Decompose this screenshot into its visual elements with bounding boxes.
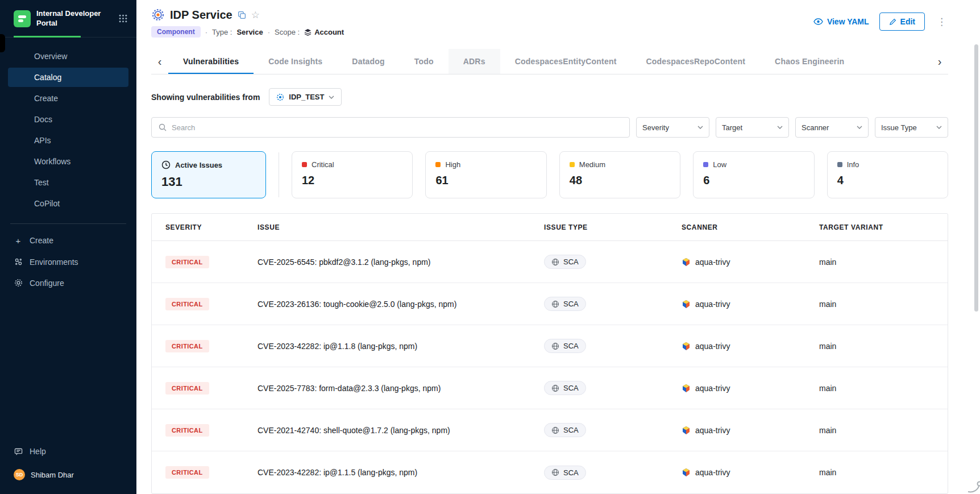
scope-value: Account: [304, 28, 344, 36]
sidebar-item-overview[interactable]: Overview: [8, 47, 128, 66]
sidebar-item-environments[interactable]: Environments: [8, 252, 128, 272]
severity-badge: CRITICAL: [165, 298, 209, 310]
table-row[interactable]: CRITICAL CVE-2023-26136: tough-cookie@2.…: [152, 283, 948, 325]
medium-card[interactable]: Medium 48: [559, 151, 680, 198]
apps-grid-icon[interactable]: [119, 14, 127, 23]
high-card[interactable]: High 61: [425, 151, 546, 198]
sidebar-item-docs[interactable]: Docs: [8, 110, 128, 129]
scanner-cell: aqua-trivy: [682, 468, 819, 477]
sidebar-item-workflows[interactable]: Workflows: [8, 152, 128, 171]
trivy-icon: [682, 342, 691, 351]
col-issue-type: ISSUE TYPE: [544, 223, 682, 231]
issue-type-badge: SCA: [544, 339, 586, 353]
user-name: Shibam Dhar: [31, 471, 74, 479]
active-issues-card[interactable]: Active Issues 131: [151, 151, 266, 198]
table-row[interactable]: CRITICAL CVE-2021-42740: shell-quote@1.7…: [152, 409, 948, 451]
tab-scroll-right-icon[interactable]: ›: [931, 49, 948, 74]
meta-separator: ·: [268, 28, 270, 36]
page-scrollbar[interactable]: [974, 44, 978, 312]
star-icon[interactable]: ☆: [251, 10, 260, 20]
sidebar-item-catalog[interactable]: Catalog: [8, 68, 128, 87]
table-row[interactable]: CRITICAL CVE-2023-42282: ip@1.1.5 (lang-…: [152, 451, 948, 493]
sidebar-bottom-group: + Create Environments Configure: [0, 231, 136, 293]
project-gear-icon: [276, 93, 284, 101]
main-panel: IDP Service ☆ Component · Type : Service…: [136, 0, 980, 494]
tab-todo[interactable]: Todo: [400, 49, 449, 74]
tab-chaos-engineering[interactable]: Chaos Engineerin: [760, 49, 859, 74]
eye-icon: [813, 18, 823, 25]
severity-filter[interactable]: Severity: [636, 117, 709, 138]
medium-label: Medium: [579, 160, 605, 169]
web-icon: [551, 426, 559, 434]
brand-title: Internal Developer Portal: [36, 9, 113, 28]
info-card[interactable]: Info 4: [827, 151, 948, 198]
edit-button[interactable]: Edit: [879, 13, 925, 31]
tab-codespaces-repo-content[interactable]: CodespacesRepoContent: [632, 49, 761, 74]
trivy-icon: [682, 258, 691, 267]
table-row[interactable]: CRITICAL CVE-2025-7783: form-data@2.3.3 …: [152, 367, 948, 409]
low-label: Low: [713, 160, 726, 169]
sidebar-item-create[interactable]: Create: [8, 89, 128, 108]
scanner-filter[interactable]: Scanner: [795, 117, 869, 138]
col-issue: ISSUE: [258, 223, 544, 231]
tab-codespaces-entity-content[interactable]: CodespacesEntityContent: [500, 49, 632, 74]
sidebar-item-copilot[interactable]: CoPilot: [8, 194, 128, 213]
issue-text: CVE-2021-42740: shell-quote@1.7.2 (lang-…: [258, 426, 544, 435]
tab-adrs[interactable]: ADRs: [449, 49, 500, 74]
severity-badge: CRITICAL: [165, 256, 209, 268]
trivy-icon: [682, 384, 691, 393]
stats-row: Active Issues 131 Critical 12 High 61: [151, 151, 948, 198]
sidebar-item-apis[interactable]: APIs: [8, 131, 128, 150]
search-input[interactable]: [172, 123, 622, 132]
scope-label: Scope :: [275, 28, 300, 36]
sidebar-collapse-handle[interactable]: [0, 34, 5, 52]
filter-row: Severity Target Scanner Issue Type: [151, 117, 948, 138]
tab-scroll-left-icon[interactable]: ‹: [151, 49, 168, 74]
low-card[interactable]: Low 6: [693, 151, 814, 198]
stats-divider: [279, 152, 279, 197]
table-row[interactable]: CRITICAL CVE-2025-6545: pbkdf2@3.1.2 (la…: [152, 241, 948, 283]
low-value: 6: [703, 174, 804, 187]
header-actions: View YAML Edit ⋮: [813, 8, 948, 31]
brand-accent-bar: [14, 36, 81, 38]
issue-type-filter[interactable]: Issue Type: [875, 117, 948, 138]
help-widget-icon[interactable]: [966, 479, 980, 494]
sidebar-environments-label: Environments: [30, 258, 78, 267]
scanner-cell: aqua-trivy: [682, 426, 819, 435]
sidebar: Internal Developer Portal Overview Catal…: [0, 0, 136, 494]
target-filter[interactable]: Target: [716, 117, 789, 138]
vulnerabilities-table: SEVERITY ISSUE ISSUE TYPE SCANNER TARGET…: [151, 213, 948, 494]
kebab-menu-icon[interactable]: ⋮: [935, 16, 948, 28]
info-label: Info: [847, 160, 859, 169]
pencil-icon: [889, 18, 896, 26]
issue-text: CVE-2025-6545: pbkdf2@3.1.2 (lang-pkgs, …: [258, 258, 544, 267]
sidebar-configure-label: Configure: [30, 279, 64, 288]
user-menu[interactable]: SD Shibam Dhar: [8, 462, 128, 487]
tab-datadog[interactable]: Datadog: [337, 49, 399, 74]
critical-card[interactable]: Critical 12: [292, 151, 413, 198]
page-header: IDP Service ☆ Component · Type : Service…: [136, 0, 980, 38]
issue-type-badge: SCA: [544, 466, 586, 480]
sidebar-item-test[interactable]: Test: [8, 173, 128, 192]
severity-badge: CRITICAL: [165, 382, 209, 395]
tab-code-insights[interactable]: Code Insights: [254, 49, 337, 74]
table-row[interactable]: CRITICAL CVE-2023-42282: ip@1.1.8 (lang-…: [152, 325, 948, 367]
tab-vulnerabilities[interactable]: Vulnerabilities: [168, 49, 254, 74]
sidebar-create-label: Create: [30, 236, 53, 245]
search-icon: [159, 123, 167, 131]
target-variant: main: [819, 468, 948, 477]
sidebar-item-configure[interactable]: Configure: [8, 273, 128, 293]
type-label: Type :: [212, 28, 232, 36]
target-variant: main: [819, 300, 948, 309]
help-button[interactable]: Help: [8, 442, 128, 461]
showing-label: Showing vulnerabilities from: [151, 93, 260, 102]
critical-dot: [302, 162, 307, 167]
col-severity: SEVERITY: [165, 223, 258, 231]
project-dropdown[interactable]: IDP_TEST: [269, 88, 342, 106]
target-variant: main: [819, 426, 948, 435]
target-variant: main: [819, 258, 948, 267]
active-issues-value: 131: [161, 175, 256, 189]
copy-icon[interactable]: [238, 11, 246, 19]
sidebar-create-button[interactable]: + Create: [8, 231, 128, 251]
view-yaml-button[interactable]: View YAML: [813, 17, 869, 26]
